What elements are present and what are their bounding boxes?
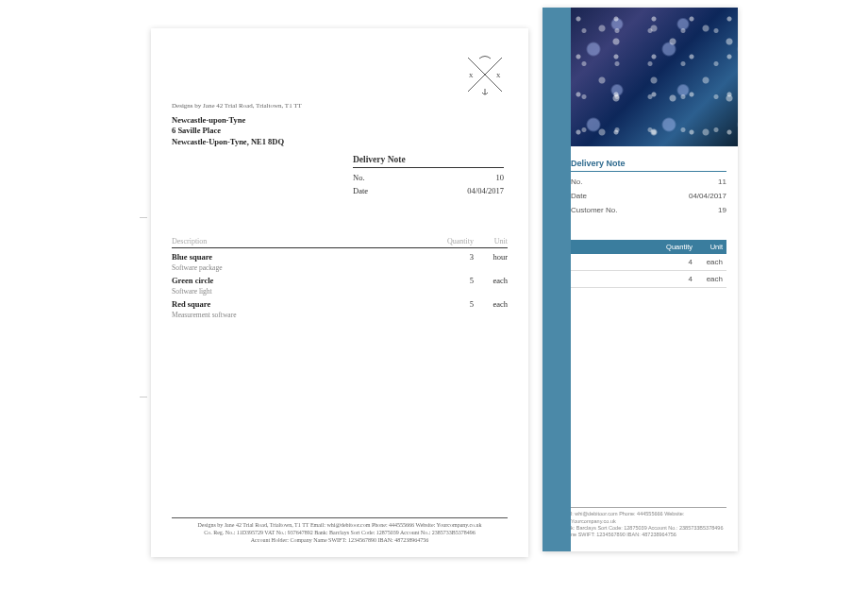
table-row: Green circle 5 each Software light xyxy=(172,272,508,296)
table-row: Red square 5 each Measurement software xyxy=(172,296,508,319)
label: Date xyxy=(571,192,587,200)
col-unit: Unit xyxy=(479,237,508,245)
value: 10 xyxy=(496,173,505,182)
item-unit: hour xyxy=(479,252,508,262)
item-subtitle: Software package xyxy=(172,263,508,272)
summary-row-date: Date 04/04/2017 xyxy=(353,184,504,197)
fold-mark xyxy=(140,397,147,397)
recipient-line: Newcastle-upon-Tyne xyxy=(172,115,508,126)
item-qty: 4 xyxy=(655,275,693,283)
col-description: Description xyxy=(172,237,434,245)
delivery-note-page-right: Delivery Note No. 11 Date 04/04/2017 Cus… xyxy=(542,8,738,551)
col-quantity: Quantity xyxy=(434,237,474,245)
item-desc-spacer xyxy=(575,275,655,283)
line-items-table: Description Quantity Unit Blue square 3 … xyxy=(172,237,508,319)
footer-line: ne SWIFT: 1234567890 IBAN: 487238964756 xyxy=(571,532,726,538)
col-unit: Unit xyxy=(696,243,723,251)
item-unit: each xyxy=(479,276,508,285)
recipient-line: Newcastle-Upon-Tyne, NE1 8DQ xyxy=(172,137,508,147)
delivery-note-summary: Delivery Note No. 10 Date 04/04/2017 xyxy=(353,155,504,197)
col-description-spacer xyxy=(575,243,655,251)
col-quantity: Quantity xyxy=(655,243,693,251)
page-footer: Designs by Jane 42 Trial Road, Trialtown… xyxy=(172,517,508,544)
stage: X X Designs by Jane 42 Trial Road, Trial… xyxy=(0,0,868,592)
footer-line: Designs by Jane 42 Trial Road, Trialtown… xyxy=(172,521,508,529)
delivery-note-page-left: X X Designs by Jane 42 Trial Road, Trial… xyxy=(151,28,528,557)
sender-address-line: Designs by Jane 42 Trial Road, Trialtown… xyxy=(172,102,508,110)
accent-stripe xyxy=(542,8,571,551)
value: 04/04/2017 xyxy=(689,192,726,200)
summary-row-number: No. 10 xyxy=(353,171,504,184)
hero-image xyxy=(571,8,738,146)
summary-row-customer: Customer No. 19 xyxy=(571,203,726,217)
label: No. xyxy=(353,173,365,182)
item-unit: each xyxy=(696,258,723,266)
recipient-address: Newcastle-upon-Tyne 6 Saville Place Newc… xyxy=(172,115,508,147)
item-subtitle: Software light xyxy=(172,287,508,296)
page-footer: l: whi@debitoor.com Phone: 444555666 Web… xyxy=(571,507,726,538)
item-unit: each xyxy=(696,275,723,283)
recipient-line: 6 Saville Place xyxy=(172,126,508,136)
table-row: Blue square 3 hour Software package xyxy=(172,248,508,272)
table-row: 4 each xyxy=(571,254,726,271)
footer-line: l: whi@debitoor.com Phone: 444555666 Web… xyxy=(571,511,726,524)
item-name: Red square xyxy=(172,299,434,309)
delivery-note-title: Delivery Note xyxy=(571,159,726,172)
summary-row-date: Date 04/04/2017 xyxy=(571,189,726,203)
item-desc-spacer xyxy=(575,258,655,266)
value: 19 xyxy=(718,206,726,214)
footer-line: k: Barclays Sort Code: 12875039 Account … xyxy=(571,525,726,532)
label: No. xyxy=(571,178,582,186)
item-name: Green circle xyxy=(172,276,434,285)
footer-line: Co. Reg. No.: 11D395729 VAT No.: 9376478… xyxy=(172,529,508,536)
value: 11 xyxy=(718,178,726,186)
table-row: 4 each xyxy=(571,271,726,288)
item-unit: each xyxy=(479,299,508,309)
svg-text:X: X xyxy=(469,73,474,78)
summary-row-number: No. 11 xyxy=(571,175,726,189)
svg-text:X: X xyxy=(496,73,501,78)
delivery-note-title: Delivery Note xyxy=(353,155,504,168)
item-qty: 4 xyxy=(655,258,693,266)
table-header-row: Quantity Unit xyxy=(571,240,726,254)
item-qty: 3 xyxy=(434,252,474,262)
item-qty: 5 xyxy=(434,276,474,285)
item-qty: 5 xyxy=(434,299,474,309)
value: 04/04/2017 xyxy=(467,186,504,195)
table-header-row: Description Quantity Unit xyxy=(172,237,508,248)
fold-mark xyxy=(140,217,147,218)
item-subtitle: Measurement software xyxy=(172,311,508,319)
label: Customer No. xyxy=(571,206,617,214)
item-name: Blue square xyxy=(172,252,434,262)
right-content: Delivery Note No. 11 Date 04/04/2017 Cus… xyxy=(571,159,726,540)
company-logo: X X xyxy=(462,52,508,97)
label: Date xyxy=(353,186,368,195)
footer-line: Account Holder: Company Name SWIFT: 1234… xyxy=(172,536,508,544)
